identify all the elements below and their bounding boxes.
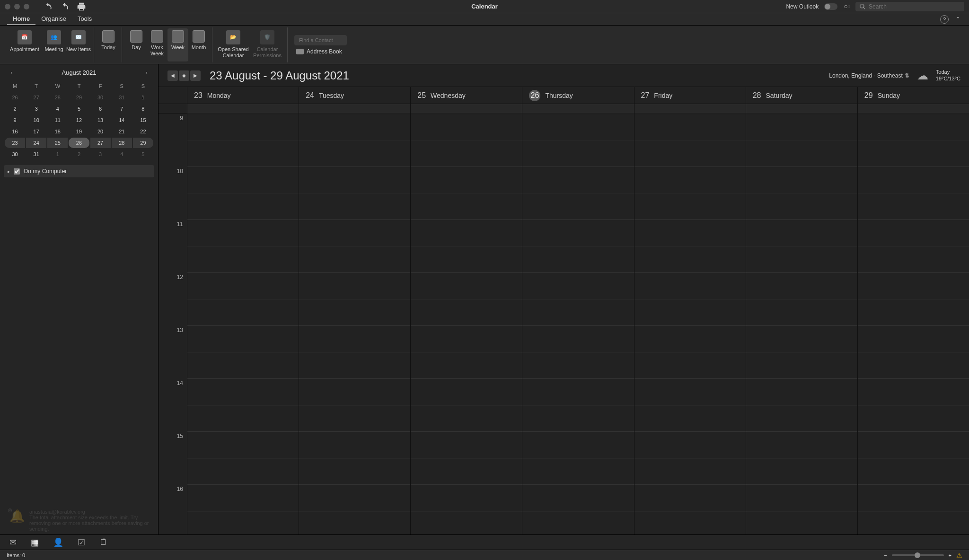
hour-cell[interactable]: [299, 114, 410, 166]
tasks-module-icon[interactable]: ☑: [78, 537, 85, 548]
menu-tab-tools[interactable]: Tools: [72, 13, 97, 25]
cal-prev-week-icon[interactable]: ◀: [167, 70, 178, 81]
mini-day-cell[interactable]: 30: [90, 92, 111, 103]
new-items-button[interactable]: ✉️ New Items: [66, 28, 91, 61]
hour-cell[interactable]: [411, 484, 522, 534]
hour-cell[interactable]: [746, 325, 857, 378]
mini-day-cell[interactable]: 6: [90, 104, 111, 114]
redo-icon[interactable]: [60, 2, 70, 11]
hour-cell[interactable]: [411, 378, 522, 431]
mini-day-cell[interactable]: 1: [133, 92, 153, 103]
mini-day-cell[interactable]: 9: [5, 115, 25, 125]
mini-day-cell[interactable]: 24: [26, 138, 46, 148]
hour-cell[interactable]: [187, 378, 299, 431]
hour-cell[interactable]: [299, 272, 410, 325]
hour-cell[interactable]: [634, 114, 746, 166]
mini-week-row[interactable]: 9101112131415: [5, 115, 153, 125]
notes-module-icon[interactable]: 🗒: [99, 537, 108, 547]
allday-cell[interactable]: [299, 104, 410, 113]
mini-day-cell[interactable]: 26: [69, 138, 89, 148]
day-view-button[interactable]: Day: [126, 28, 147, 61]
menu-tab-home[interactable]: Home: [7, 13, 35, 25]
day-column[interactable]: [634, 114, 746, 534]
cal-today-nav-icon[interactable]: ◆: [179, 70, 189, 81]
hour-cell[interactable]: [522, 378, 634, 431]
mini-day-cell[interactable]: 16: [5, 126, 25, 137]
hour-cell[interactable]: [858, 378, 969, 431]
collapse-ribbon-icon[interactable]: ⌃: [953, 15, 962, 24]
hour-cell[interactable]: [299, 219, 410, 272]
mini-day-cell[interactable]: 1: [47, 149, 68, 159]
hour-cell[interactable]: [746, 114, 857, 166]
hour-cell[interactable]: [746, 166, 857, 219]
day-header[interactable]: 29Sunday: [857, 87, 969, 104]
notification-close-icon[interactable]: ⊗: [8, 507, 12, 514]
hour-cell[interactable]: [634, 378, 746, 431]
mini-day-cell[interactable]: 27: [26, 92, 46, 103]
hour-cell[interactable]: [746, 431, 857, 484]
hour-cell[interactable]: [187, 166, 299, 219]
mini-day-cell[interactable]: 29: [69, 92, 89, 103]
day-header[interactable]: 25Wednesday: [410, 87, 522, 104]
mini-day-cell[interactable]: 11: [47, 115, 68, 125]
hour-cell[interactable]: [522, 484, 634, 534]
hour-cell[interactable]: [634, 484, 746, 534]
hour-cell[interactable]: [858, 114, 969, 166]
mini-day-cell[interactable]: 2: [5, 104, 25, 114]
calendar-grid-scroll[interactable]: 910111213141516: [159, 114, 969, 534]
sidebar-item-on-my-computer[interactable]: ▸ On my Computer: [4, 165, 154, 177]
hour-cell[interactable]: [299, 378, 410, 431]
mini-day-cell[interactable]: 21: [112, 126, 132, 137]
mini-calendar[interactable]: MTWTFSS 26272829303112345678910111213141…: [4, 80, 154, 160]
mini-day-cell[interactable]: 28: [47, 92, 68, 103]
mini-day-cell[interactable]: 10: [26, 115, 46, 125]
mini-day-cell[interactable]: 26: [5, 92, 25, 103]
hour-cell[interactable]: [634, 166, 746, 219]
day-column[interactable]: [522, 114, 634, 534]
weather-location[interactable]: London, England - Southeast ⇅: [829, 72, 909, 79]
find-contact-input[interactable]: [299, 37, 342, 43]
mini-day-cell[interactable]: 31: [112, 92, 132, 103]
hour-cell[interactable]: [634, 219, 746, 272]
day-column[interactable]: [746, 114, 857, 534]
hour-cell[interactable]: [187, 272, 299, 325]
disclosure-icon[interactable]: ▸: [8, 169, 10, 174]
hour-cell[interactable]: [411, 166, 522, 219]
hour-cell[interactable]: [299, 166, 410, 219]
on-my-computer-checkbox[interactable]: [14, 168, 20, 175]
mini-day-cell[interactable]: 3: [90, 149, 111, 159]
calendar-module-icon[interactable]: ▦: [31, 537, 39, 548]
mini-day-cell[interactable]: 13: [90, 115, 111, 125]
mini-day-cell[interactable]: 28: [112, 138, 132, 148]
mini-day-cell[interactable]: 8: [133, 104, 153, 114]
mini-day-cell[interactable]: 3: [26, 104, 46, 114]
day-header[interactable]: 28Saturday: [746, 87, 857, 104]
mini-week-row[interactable]: 2627282930311: [5, 92, 153, 103]
mini-day-cell[interactable]: 7: [112, 104, 132, 114]
hour-cell[interactable]: [411, 219, 522, 272]
hour-cell[interactable]: [187, 325, 299, 378]
month-view-button[interactable]: Month: [188, 28, 209, 61]
hour-cell[interactable]: [411, 325, 522, 378]
hour-cell[interactable]: [858, 219, 969, 272]
mini-day-cell[interactable]: 15: [133, 115, 153, 125]
menu-tab-organise[interactable]: Organise: [35, 13, 72, 25]
hour-cell[interactable]: [522, 114, 634, 166]
day-column[interactable]: [299, 114, 410, 534]
allday-cell[interactable]: [187, 104, 299, 113]
mini-week-row[interactable]: 23242526272829: [5, 138, 153, 148]
mini-day-cell[interactable]: 5: [69, 104, 89, 114]
week-view-button[interactable]: Week: [167, 28, 188, 61]
mini-next-month-icon[interactable]: ›: [143, 70, 150, 76]
day-header[interactable]: 26Thursday: [522, 87, 634, 104]
hour-cell[interactable]: [746, 378, 857, 431]
hour-cell[interactable]: [858, 166, 969, 219]
minimize-window-icon[interactable]: [14, 4, 20, 9]
hour-cell[interactable]: [858, 484, 969, 534]
hour-cell[interactable]: [746, 484, 857, 534]
hour-cell[interactable]: [746, 272, 857, 325]
hour-cell[interactable]: [746, 219, 857, 272]
hour-cell[interactable]: [634, 325, 746, 378]
hour-cell[interactable]: [299, 484, 410, 534]
meeting-button[interactable]: 👥 Meeting: [42, 28, 66, 61]
